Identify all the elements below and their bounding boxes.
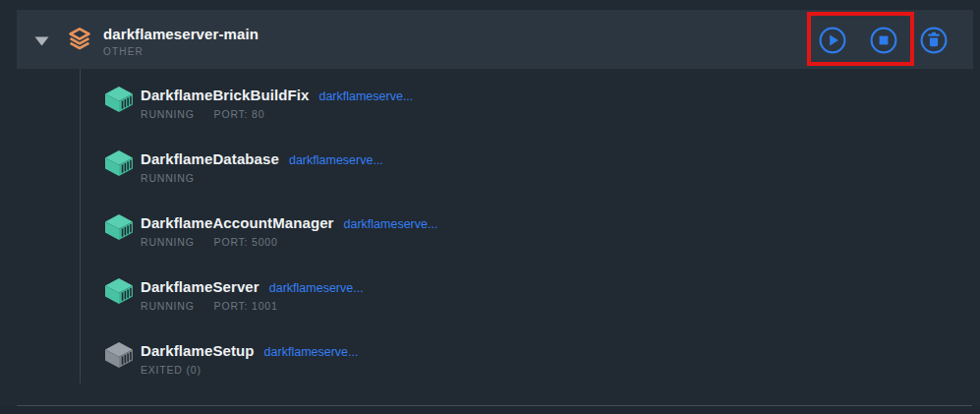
container-name: DarkflameServer bbox=[141, 278, 259, 295]
container-image-link[interactable]: darkflameserve... bbox=[344, 217, 438, 231]
container-state-label: EXITED (0) bbox=[141, 364, 202, 376]
container-row[interactable]: DarkflameServer darkflameserve... RUNNIN… bbox=[103, 273, 980, 337]
container-state-label: RUNNING bbox=[141, 236, 195, 248]
container-name: DarkflameAccountManager bbox=[141, 214, 334, 231]
container-port-label: PORT: 5000 bbox=[214, 236, 278, 248]
container-status: RUNNING bbox=[141, 172, 214, 184]
container-box-icon bbox=[103, 86, 135, 113]
container-status: RUNNING PORT: 80 bbox=[141, 108, 264, 120]
stop-icon bbox=[880, 36, 889, 45]
stack-header[interactable]: darkflameserver-main OTHER bbox=[17, 10, 973, 69]
container-box-icon bbox=[103, 149, 135, 177]
start-button[interactable] bbox=[819, 27, 846, 54]
container-image-link[interactable]: darkflameserve... bbox=[318, 89, 413, 103]
container-state-label: RUNNING bbox=[141, 172, 195, 184]
tree-connector-line bbox=[80, 69, 81, 384]
container-name: DarkflameDatabase bbox=[141, 150, 279, 167]
bottom-strip bbox=[0, 406, 980, 414]
stack-subtitle: OTHER bbox=[103, 46, 259, 57]
container-row[interactable]: DarkflameBrickBuildFix darkflameserve...… bbox=[103, 82, 980, 146]
bottom-divider bbox=[17, 405, 972, 406]
container-image-link[interactable]: darkflameserve... bbox=[269, 281, 364, 295]
container-row[interactable]: DarkflameAccountManager darkflameserve..… bbox=[103, 209, 980, 273]
container-box-icon bbox=[103, 341, 135, 369]
container-list-panel: darkflameserver-main OTHER bbox=[0, 0, 980, 414]
container-state-label: RUNNING bbox=[141, 300, 195, 312]
container-name: DarkflameBrickBuildFix bbox=[141, 87, 309, 103]
container-name: DarkflameSetup bbox=[141, 342, 255, 359]
container-status: RUNNING PORT: 1001 bbox=[141, 300, 278, 312]
container-rows: DarkflameBrickBuildFix darkflameserve...… bbox=[103, 82, 980, 401]
delete-button[interactable] bbox=[920, 27, 948, 54]
container-row[interactable]: DarkflameSetup darkflameserve... EXITED … bbox=[103, 337, 980, 401]
container-status: EXITED (0) bbox=[141, 364, 221, 376]
chevron-down-icon[interactable] bbox=[34, 36, 49, 46]
stop-button[interactable] bbox=[870, 27, 897, 54]
stack-title: darkflameserver-main bbox=[103, 26, 259, 42]
stack-layers-icon bbox=[69, 28, 90, 51]
container-image-link[interactable]: darkflameserve... bbox=[289, 153, 383, 167]
container-port-label: PORT: 1001 bbox=[214, 300, 278, 312]
trash-icon bbox=[928, 32, 939, 46]
container-box-icon bbox=[103, 277, 135, 305]
container-status: RUNNING PORT: 5000 bbox=[141, 236, 278, 248]
container-state-label: RUNNING bbox=[141, 108, 195, 120]
play-icon bbox=[830, 35, 838, 46]
container-image-link[interactable]: darkflameserve... bbox=[264, 345, 359, 359]
container-row[interactable]: DarkflameDatabase darkflameserve... RUNN… bbox=[103, 146, 980, 209]
container-box-icon bbox=[103, 213, 135, 241]
container-port-label: PORT: 80 bbox=[214, 108, 265, 120]
